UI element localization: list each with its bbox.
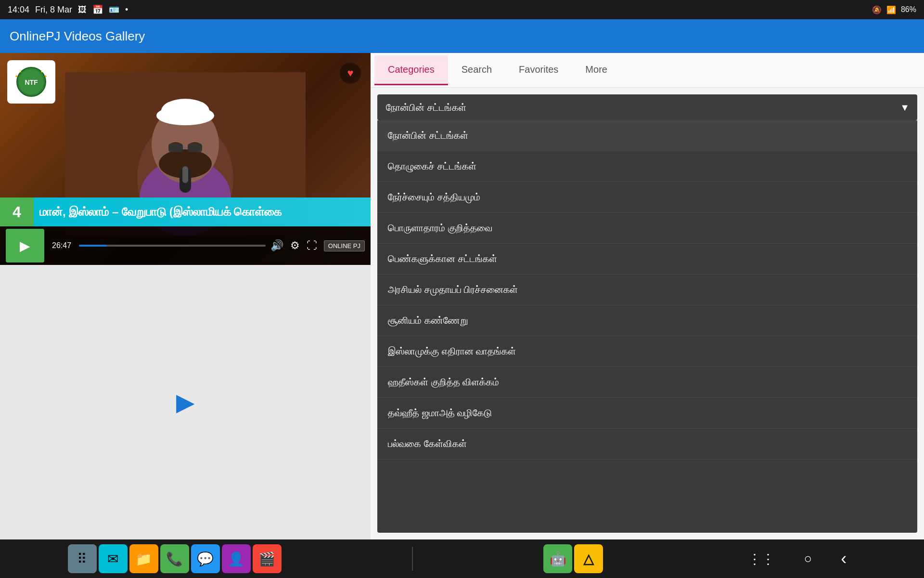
play-icon: ▶ bbox=[20, 238, 30, 254]
android-app-icon[interactable]: 🤖 bbox=[543, 544, 572, 573]
recent-apps-button[interactable]: ⋮⋮ bbox=[748, 551, 775, 567]
status-bar-left: 14:04 Fri, 8 Mar 🖼 📅 🪪 • bbox=[8, 4, 128, 15]
video-title: மான், இஸ்லாம் – வேறுபாடு (இஸ்லாமியக் கொள… bbox=[34, 205, 282, 219]
video-controls: ▶ 26:47 🔊 ⚙ ⛶ ONLINE PJ bbox=[0, 226, 371, 265]
video-area: NTF ♥ bbox=[0, 53, 371, 539]
nav-buttons: ⋮⋮ ○ ‹ bbox=[729, 549, 866, 569]
progress-fill bbox=[79, 245, 107, 247]
heart-button[interactable]: ♥ bbox=[340, 63, 361, 84]
dot-icon: • bbox=[125, 5, 128, 15]
video-below-content: ▶ bbox=[0, 265, 371, 539]
play-button[interactable]: ▶ bbox=[6, 229, 44, 263]
status-date: Fri, 8 Mar bbox=[35, 5, 72, 15]
video-player[interactable]: NTF ♥ bbox=[0, 53, 371, 265]
tab-more[interactable]: More bbox=[572, 55, 621, 85]
status-bar-right: 🔕 📶 86% bbox=[872, 5, 916, 14]
brand-badge: ONLINE PJ bbox=[324, 240, 365, 251]
video-app-icon[interactable]: 🎬 bbox=[253, 544, 282, 573]
svg-rect-22 bbox=[182, 166, 188, 183]
category-item-1[interactable]: தொழுகைச் சட்டங்கள் bbox=[377, 151, 917, 182]
video-below: ▶ bbox=[0, 265, 371, 539]
tab-bar: Categories Search Favorites More bbox=[371, 53, 924, 88]
category-item-6[interactable]: சூனியம் கண்ணேறு bbox=[377, 305, 917, 336]
category-item-4[interactable]: பெண்களுக்கான சட்டங்கள் bbox=[377, 244, 917, 275]
app-bar: OnlinePJ Videos Gallery bbox=[0, 19, 924, 53]
tab-favorites[interactable]: Favorites bbox=[505, 55, 572, 85]
category-item-9[interactable]: தவ்ஹீத் ஜமாஅத் வழிகேடு bbox=[377, 398, 917, 429]
svg-rect-19 bbox=[188, 144, 202, 152]
category-item-8[interactable]: ஹதீஸ்கள் குறித்த விளக்கம் bbox=[377, 367, 917, 398]
fullscreen-icon[interactable]: ⛶ bbox=[307, 239, 317, 252]
video-timestamp: 26:47 bbox=[52, 241, 71, 250]
video-logo: NTF bbox=[7, 60, 55, 104]
notification-icon: 🖼 bbox=[78, 5, 87, 15]
drive-app-icon[interactable]: △ bbox=[574, 544, 603, 573]
main-play-icon[interactable]: ▶ bbox=[176, 388, 194, 416]
category-item-2[interactable]: நேர்ச்சையும் சத்தியமும் bbox=[377, 182, 917, 213]
episode-badge: 4 bbox=[0, 197, 34, 226]
category-dropdown-wrapper: நோன்பின் சட்டங்கள் தொழுகைச் சட்டங்கள் நே… bbox=[377, 94, 917, 120]
calendar-icon: 📅 bbox=[92, 4, 103, 15]
heart-icon: ♥ bbox=[347, 67, 353, 79]
category-list: நோன்பின் சட்டங்கள் தொழுகைச் சட்டங்கள் நே… bbox=[377, 120, 917, 533]
svg-point-14 bbox=[161, 99, 209, 123]
category-item-7[interactable]: இஸ்லாமுக்கு எதிரான வாதங்கள் bbox=[377, 336, 917, 367]
settings-icon[interactable]: ⚙ bbox=[290, 239, 300, 252]
dock-divider bbox=[412, 547, 413, 571]
category-item-3[interactable]: பொருளாதாரம் குறித்தவை bbox=[377, 213, 917, 244]
battery-indicator: 86% bbox=[901, 5, 916, 14]
tab-categories[interactable]: Categories bbox=[374, 55, 448, 85]
mail-app-icon[interactable]: ✉ bbox=[99, 544, 128, 573]
svg-rect-18 bbox=[168, 144, 183, 152]
contacts-app-icon[interactable]: 👤 bbox=[222, 544, 251, 573]
tab-search[interactable]: Search bbox=[448, 55, 505, 85]
category-item-0[interactable]: நோன்பின் சட்டங்கள் bbox=[377, 120, 917, 151]
files-app-icon[interactable]: 📁 bbox=[129, 544, 158, 573]
status-time: 14:04 bbox=[8, 5, 29, 15]
home-button[interactable]: ○ bbox=[804, 551, 812, 566]
phone-app-icon[interactable]: 📞 bbox=[160, 544, 189, 573]
category-item-5[interactable]: அரசியல் சமுதாயப் பிரச்சனைகள் bbox=[377, 275, 917, 305]
id-icon: 🪪 bbox=[109, 4, 119, 15]
category-item-10[interactable]: பல்வகை கேள்விகள் bbox=[377, 429, 917, 460]
mute-icon: 🔕 bbox=[872, 5, 882, 14]
chat-app-icon[interactable]: 💬 bbox=[191, 544, 220, 573]
bottom-bar: ⠿ ✉ 📁 📞 💬 👤 🎬 🤖 △ ⋮⋮ ○ ‹ bbox=[0, 539, 924, 578]
category-dropdown[interactable]: நோன்பின் சட்டங்கள் தொழுகைச் சட்டங்கள் நே… bbox=[377, 94, 917, 120]
video-title-bar: 4 மான், இஸ்லாம் – வேறுபாடு (இஸ்லாமியக் க… bbox=[0, 197, 371, 226]
app-title: OnlinePJ Videos Gallery bbox=[10, 29, 145, 44]
wifi-signal-icon: 📶 bbox=[886, 5, 896, 14]
svg-text:NTF: NTF bbox=[25, 79, 38, 86]
dropdown-container: நோன்பின் சட்டங்கள் தொழுகைச் சட்டங்கள் நே… bbox=[371, 88, 924, 120]
back-button[interactable]: ‹ bbox=[841, 549, 847, 569]
volume-icon[interactable]: 🔊 bbox=[270, 239, 283, 252]
grid-app-icon[interactable]: ⠿ bbox=[68, 544, 97, 573]
status-bar: 14:04 Fri, 8 Mar 🖼 📅 🪪 • 🔕 📶 86% bbox=[0, 0, 924, 19]
right-panel: Categories Search Favorites More நோன்பின… bbox=[371, 53, 924, 539]
dock-apps-2: 🤖 △ bbox=[534, 544, 613, 573]
control-icons: 🔊 ⚙ ⛶ ONLINE PJ bbox=[270, 239, 365, 252]
main-content: NTF ♥ bbox=[0, 53, 924, 539]
dock-apps: ⠿ ✉ 📁 📞 💬 👤 🎬 bbox=[58, 544, 291, 573]
progress-bar[interactable] bbox=[79, 245, 266, 247]
